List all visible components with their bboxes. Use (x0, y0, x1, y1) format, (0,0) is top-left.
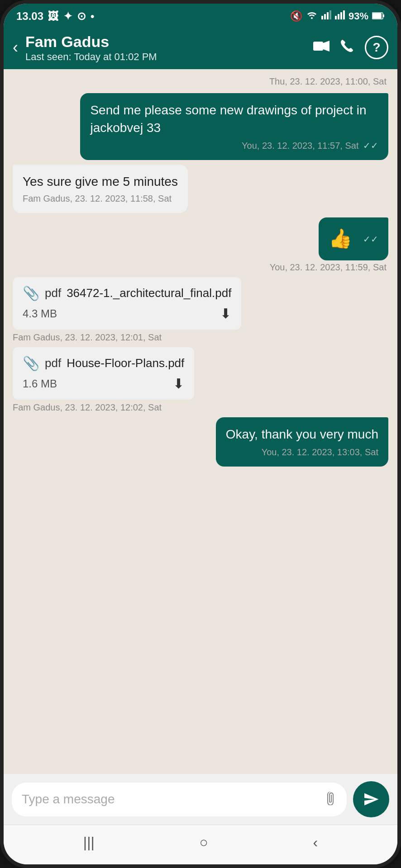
battery-level: 93% (348, 10, 368, 22)
battery-icon (372, 10, 385, 22)
header-info: Fam Gadus Last seen: Today at 01:02 PM (25, 33, 306, 63)
message-meta-2: You, 23. 12. 2023, 13:03, Sat (226, 446, 378, 458)
bottom-nav: ||| ○ ‹ (4, 825, 397, 864)
file-meta-1: Fam Gadus, 23. 12. 2023, 12:01, Sat (13, 332, 162, 343)
contact-status: Last seen: Today at 01:02 PM (25, 51, 306, 63)
video-call-button[interactable] (313, 40, 329, 55)
status-time: 13.03 (16, 10, 43, 23)
date-separator: Thu, 23. 12. 2023, 11:00, Sat (13, 76, 388, 87)
message-wrapper-received-1: Yes sure give me 5 minutes Fam Gadus, 23… (13, 165, 388, 213)
message-meta: You, 23. 12. 2023, 11:57, Sat ✓✓ (90, 139, 378, 152)
file-type-label: pdf (45, 286, 61, 300)
message-text: Yes sure give me 5 minutes (23, 175, 178, 189)
message-input-wrapper[interactable] (12, 783, 347, 816)
svg-rect-8 (343, 10, 345, 19)
message-wrapper-sent-1: Send me please some new drawings of proj… (13, 93, 388, 160)
back-button[interactable]: ‹ (13, 38, 18, 57)
svg-rect-2 (324, 14, 326, 19)
file-size-2: 1.6 MB (23, 377, 57, 390)
phone-screen: 13.03 🖼 ✦ ⊙ • 🔇 (4, 4, 397, 864)
message-wrapper-sent-2: Okay, thank you very much You, 23. 12. 2… (13, 417, 388, 467)
contact-name: Fam Gadus (25, 33, 306, 51)
mute-icon: 🔇 (290, 10, 302, 22)
file-meta-2: Fam Gadus, 23. 12. 2023, 12:02, Sat (13, 402, 162, 413)
file-message-1: 📎 pdf 36472-1._architectural_final.pdf 4… (13, 277, 241, 330)
paperclip-icon: 📎 (23, 285, 39, 301)
file-header: 📎 pdf House-Floor-Plans.pdf (23, 355, 184, 371)
message-wrapper-file-1: 📎 pdf 36472-1._architectural_final.pdf 4… (13, 277, 388, 343)
chat-area[interactable]: Thu, 23. 12. 2023, 11:00, Sat Send me pl… (4, 69, 397, 774)
message-wrapper-file-2: 📎 pdf House-Floor-Plans.pdf 1.6 MB ⬇ Fam… (13, 347, 388, 413)
home-button[interactable]: ○ (199, 834, 208, 851)
download-button-2[interactable]: ⬇ (173, 376, 184, 392)
sent-message-2: Okay, thank you very much You, 23. 12. 2… (216, 417, 388, 467)
file-size: 4.3 MB (23, 307, 57, 320)
status-bar: 13.03 🖼 ✦ ⊙ • 🔇 (4, 4, 397, 26)
svg-rect-3 (327, 12, 329, 19)
file-name-2: House-Floor-Plans.pdf (67, 356, 184, 370)
read-receipt: ✓✓ (363, 233, 378, 245)
voice-call-button[interactable] (340, 39, 354, 56)
dot-icon: • (91, 10, 94, 23)
emoji-meta: You, 23. 12. 2023, 11:59, Sat (270, 262, 388, 273)
svg-rect-4 (329, 10, 331, 19)
emoji-content: 👍 (329, 226, 352, 252)
message-wrapper-emoji: 👍 ✓✓ You, 23. 12. 2023, 11:59, Sat (13, 217, 388, 273)
signal-icon (321, 10, 331, 22)
read-receipt: ✓✓ (363, 141, 378, 151)
message-text: Send me please some new drawings of proj… (90, 103, 366, 135)
svg-point-0 (311, 17, 313, 19)
image-icon: 🖼 (48, 10, 59, 23)
wifi-icon (306, 10, 318, 22)
header-actions: ? (313, 36, 388, 59)
sent-message-1: Send me please some new drawings of proj… (80, 93, 388, 160)
file-header: 📎 pdf 36472-1._architectural_final.pdf (23, 285, 231, 301)
sent-emoji-message: 👍 ✓✓ (319, 217, 388, 260)
attachment-icon[interactable] (324, 791, 337, 808)
svg-rect-7 (340, 12, 342, 19)
svg-rect-11 (383, 14, 384, 17)
svg-marker-13 (323, 41, 329, 52)
status-left: 13.03 🖼 ✦ ⊙ • (16, 10, 94, 23)
cloud-icon: ⊙ (77, 10, 86, 23)
svg-rect-10 (372, 13, 382, 19)
svg-rect-12 (313, 42, 323, 51)
menu-button[interactable]: ? (365, 36, 388, 59)
phone-frame: 13.03 🖼 ✦ ⊙ • 🔇 (0, 0, 401, 868)
grid-icon: ✦ (63, 10, 72, 23)
file-footer-2: 1.6 MB ⬇ (23, 376, 184, 392)
svg-rect-6 (338, 14, 339, 19)
input-area (4, 774, 397, 825)
message-input[interactable] (22, 792, 320, 807)
file-footer: 4.3 MB ⬇ (23, 306, 231, 321)
download-button[interactable]: ⬇ (220, 306, 231, 321)
received-message-1: Yes sure give me 5 minutes Fam Gadus, 23… (13, 165, 188, 213)
back-nav-button[interactable]: ‹ (313, 834, 318, 851)
status-right: 🔇 (290, 10, 385, 22)
chat-header: ‹ Fam Gadus Last seen: Today at 01:02 PM (4, 26, 397, 69)
svg-rect-5 (335, 16, 337, 19)
send-button[interactable] (353, 781, 389, 817)
paperclip-icon-2: 📎 (23, 355, 39, 371)
file-type-label-2: pdf (45, 356, 61, 370)
signal2-icon (335, 10, 345, 22)
svg-rect-1 (321, 16, 323, 19)
recent-apps-button[interactable]: ||| (83, 834, 95, 851)
message-meta: Fam Gadus, 23. 12. 2023, 11:58, Sat (23, 192, 178, 205)
file-message-2: 📎 pdf House-Floor-Plans.pdf 1.6 MB ⬇ (13, 347, 194, 400)
file-name: 36472-1._architectural_final.pdf (67, 286, 231, 300)
message-text-2: Okay, thank you very much (226, 427, 378, 441)
